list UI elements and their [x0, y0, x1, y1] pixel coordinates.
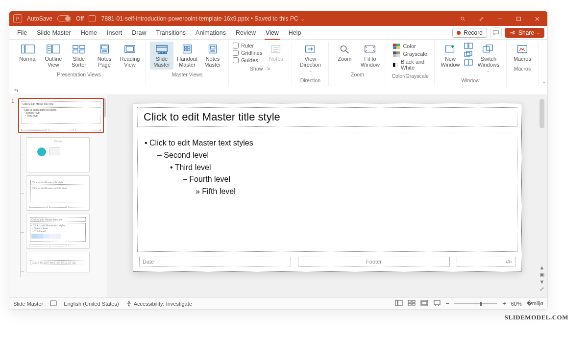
minimize-button[interactable] — [493, 13, 506, 24]
menu-home[interactable]: Home — [76, 26, 102, 39]
comments-button[interactable] — [490, 27, 502, 38]
menu-help[interactable]: Help — [284, 26, 306, 39]
collapse-ribbon-button[interactable]: ⌵ — [539, 75, 548, 86]
notes-page-button[interactable]: Notes Page — [93, 42, 116, 70]
status-accessibility[interactable]: Accessibility: Investigate — [126, 301, 192, 307]
svg-rect-60 — [466, 51, 472, 55]
group-color-grayscale: Color Grayscale Black and White Color/Gr… — [386, 42, 435, 86]
normal-view-icon[interactable] — [395, 300, 403, 307]
guides-checkbox[interactable]: Guides — [233, 57, 262, 63]
footer-placeholder[interactable]: Footer — [298, 257, 450, 267]
color-swatch-icon — [393, 44, 400, 49]
powerpoint-window: P AutoSave Off 7881-01-self-introduction… — [9, 11, 548, 310]
menu-view[interactable]: View — [261, 26, 284, 39]
editor-pane: Click to edit Master title style Click t… — [107, 95, 547, 297]
slide-number-placeholder[interactable]: ‹#› — [457, 257, 515, 267]
slide-master-button[interactable]: Slide Master — [150, 42, 173, 70]
share-button[interactable]: Share⌵ — [505, 28, 544, 38]
layout-thumbnail[interactable]: Picture — [26, 137, 90, 172]
menu-insert[interactable]: Insert — [102, 26, 127, 39]
search-icon[interactable] — [456, 13, 469, 24]
fit-to-window-button[interactable]: Fit to Window — [358, 42, 382, 70]
slide-nav-buttons[interactable]: ▲▣▼ — [539, 265, 545, 285]
menu-transitions[interactable]: Transitions — [151, 26, 191, 39]
menu-file[interactable]: File — [12, 26, 32, 39]
quick-access-row: ⇆ — [9, 86, 547, 95]
menu-slide-master[interactable]: Slide Master — [32, 26, 75, 39]
body-placeholder[interactable]: Click to edit Master text styles Second … — [137, 132, 517, 252]
svg-rect-46 — [393, 44, 396, 47]
slide-master-canvas[interactable]: Click to edit Master title style Click t… — [133, 103, 522, 272]
notes-master-button[interactable]: Notes Master — [201, 42, 224, 70]
gridlines-checkbox[interactable]: Gridlines — [233, 50, 262, 56]
zoom-button[interactable]: Zoom — [333, 42, 356, 64]
layout-thumbnail[interactable]: Click to edit Master title style Click t… — [26, 175, 90, 211]
slideshow-view-icon[interactable] — [433, 300, 441, 307]
svg-rect-6 — [493, 30, 498, 34]
title-placeholder[interactable]: Click to edit Master title style — [137, 107, 517, 127]
status-language[interactable]: English (United States) — [64, 301, 119, 307]
zoom-in-button[interactable]: + — [502, 300, 506, 307]
grayscale-mode-button[interactable]: Grayscale — [390, 50, 430, 57]
layout-thumbnail[interactable]: Click to edit Master title style • Click… — [26, 214, 90, 249]
close-button[interactable] — [531, 13, 543, 24]
zoom-slider[interactable] — [454, 303, 497, 304]
svg-rect-49 — [396, 46, 400, 49]
maximize-button[interactable] — [512, 13, 525, 24]
layout-thumbnail[interactable]: CLICK TO EDIT MASTER TITLE STYLE — [26, 252, 90, 272]
qat-chevron-icon[interactable]: ⇆ — [14, 88, 18, 93]
svg-rect-76 — [434, 300, 440, 305]
reading-view-button[interactable]: Reading View — [118, 42, 142, 70]
svg-rect-75 — [422, 301, 427, 305]
zoom-out-button[interactable]: − — [446, 300, 450, 307]
group-zoom: Zoom Fit to Window Zoom — [329, 42, 386, 86]
view-direction-button[interactable]: View Direction ⌵ — [296, 42, 324, 75]
move-split-button[interactable] — [464, 59, 473, 67]
slide-sorter-button[interactable]: Slide Sorter — [67, 42, 91, 70]
window-title[interactable]: 7881-01-self-introduction-powerpoint-tem… — [96, 15, 456, 22]
reading-view-icon[interactable] — [420, 300, 428, 307]
group-presentation-views: Normal Outline View Slide Sorter Notes P… — [12, 42, 146, 86]
svg-rect-52 — [393, 54, 396, 57]
outline-view-button[interactable]: Outline View — [42, 42, 65, 70]
switch-windows-button[interactable]: Switch Windows ⌵ — [475, 42, 502, 75]
svg-rect-54 — [393, 63, 395, 67]
svg-rect-57 — [465, 43, 468, 49]
svg-rect-30 — [184, 46, 187, 48]
date-placeholder[interactable]: Date — [139, 257, 291, 267]
new-window-button[interactable]: New Window — [439, 42, 462, 70]
macros-button[interactable]: Macros — [511, 42, 534, 64]
dialog-launcher-icon[interactable]: ⇲ — [267, 66, 270, 71]
notes-button[interactable]: Notes — [264, 42, 288, 64]
autosave-toggle[interactable] — [57, 15, 71, 22]
svg-rect-16 — [73, 50, 78, 53]
menu-animations[interactable]: Animations — [191, 26, 231, 39]
save-icon[interactable] — [89, 15, 96, 22]
cascade-button[interactable] — [464, 51, 473, 58]
zoom-level[interactable]: 60% — [511, 301, 522, 307]
menu-review[interactable]: Review — [231, 26, 261, 39]
title-bar: P AutoSave Off 7881-01-self-introduction… — [9, 11, 547, 26]
chevron-down-icon: ⌵ — [309, 68, 312, 73]
handout-master-button[interactable]: Handout Master — [175, 42, 199, 70]
pen-icon[interactable] — [475, 13, 488, 24]
color-mode-button[interactable]: Color — [390, 43, 430, 49]
svg-line-1 — [464, 20, 465, 21]
scrollbar[interactable] — [539, 99, 544, 128]
svg-rect-10 — [52, 45, 60, 53]
record-button[interactable]: Record — [452, 28, 487, 38]
thumbnail-panel[interactable]: 1 Click to edit Master title style • Cli… — [9, 95, 107, 297]
menu-draw[interactable]: Draw — [127, 26, 151, 39]
normal-view-button[interactable]: Normal — [16, 42, 40, 64]
arrange-all-button[interactable] — [464, 43, 473, 50]
master-thumbnail[interactable]: 1 Click to edit Master title style • Cli… — [11, 98, 104, 133]
badge-icon — [37, 147, 46, 156]
bw-mode-button[interactable]: Black and White — [390, 58, 430, 71]
fit-resize-icon[interactable]: ⤢ — [539, 286, 544, 292]
notes-status-icon[interactable] — [50, 300, 57, 307]
fit-icon[interactable]: �miljø — [527, 300, 543, 307]
sorter-view-icon[interactable] — [408, 300, 416, 307]
svg-line-44 — [346, 51, 349, 53]
group-show: Ruler Gridlines Guides Notes Show⇲ — [229, 42, 292, 86]
ruler-checkbox[interactable]: Ruler — [233, 43, 262, 49]
